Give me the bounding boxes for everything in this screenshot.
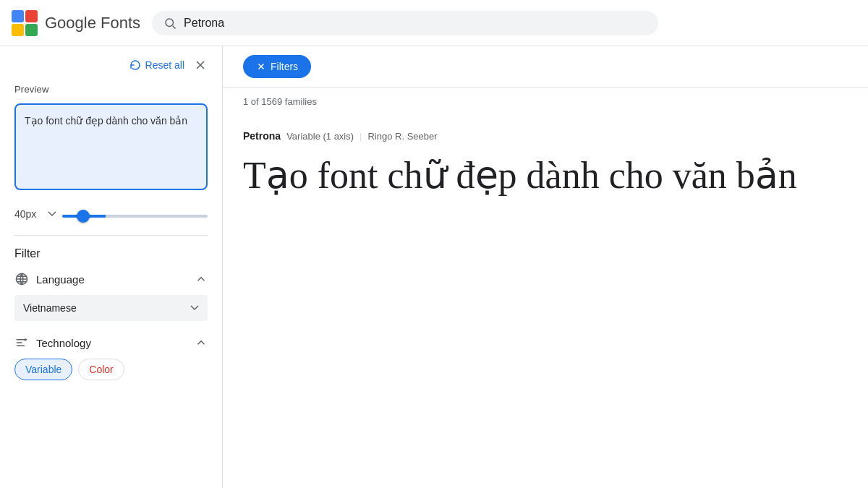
main-layout: Reset all Preview Tạo font chữ đẹp dành … <box>0 46 868 488</box>
chevron-down-icon <box>48 211 56 217</box>
filter-x-icon <box>256 61 266 72</box>
svg-rect-2 <box>12 24 24 36</box>
font-detail2: Ringo R. Seeber <box>367 131 437 142</box>
reset-icon <box>129 59 141 71</box>
search-input[interactable] <box>184 17 647 30</box>
sidebar-top-actions: Reset all <box>14 58 208 72</box>
language-filter-header[interactable]: Language <box>14 272 208 286</box>
svg-line-5 <box>173 25 176 28</box>
svg-rect-0 <box>12 10 24 22</box>
font-preview-text: Tạo font chữ đẹp dành cho văn bản <box>243 153 848 198</box>
results-count: 1 of 1569 families <box>223 87 868 116</box>
close-icon <box>193 58 208 72</box>
language-filter-title: Language <box>14 272 85 286</box>
preview-section-label: Preview <box>14 84 208 95</box>
slider-container[interactable] <box>62 207 208 221</box>
language-filter-group: Language Vietnamese Latin Chinese (Tradi… <box>14 272 208 321</box>
chevron-up-language-icon <box>195 273 208 286</box>
language-dropdown[interactable]: Vietnamese Latin Chinese (Traditional) C… <box>14 295 208 321</box>
topbar: Google Fonts <box>0 0 868 46</box>
search-box[interactable] <box>152 11 658 35</box>
font-detail1: Variable (1 axis) <box>286 131 354 142</box>
close-button[interactable] <box>193 58 208 72</box>
svg-rect-1 <box>25 10 38 22</box>
font-size-label: 40px <box>14 208 42 220</box>
search-icon <box>163 17 176 30</box>
technology-filter-title: Technology <box>14 335 91 350</box>
globe-icon <box>14 272 29 286</box>
filters-button[interactable]: Filters <box>243 55 311 78</box>
chevron-up-technology-icon <box>195 336 208 349</box>
content-area: Filters 1 of 1569 families Petrona Varia… <box>223 46 868 488</box>
svg-rect-3 <box>25 24 38 36</box>
variable-chip[interactable]: Variable <box>14 359 72 380</box>
reset-all-button[interactable]: Reset all <box>129 59 184 71</box>
font-name: Petrona <box>243 130 281 142</box>
technology-label: Technology <box>36 337 91 349</box>
technology-chips: Variable Color <box>14 359 208 380</box>
filter-section-label: Filter <box>14 247 208 260</box>
technology-filter-header[interactable]: Technology <box>14 335 208 350</box>
font-size-row: 40px <box>14 207 208 221</box>
font-meta: Petrona Variable (1 axis) | Ringo R. See… <box>243 130 848 142</box>
font-meta-separator: | <box>359 131 362 142</box>
logo-area: Google Fonts <box>12 10 140 36</box>
svg-point-4 <box>166 19 174 27</box>
sidebar-divider <box>14 235 208 236</box>
content-toolbar: Filters <box>223 46 868 87</box>
technology-icon <box>14 335 29 350</box>
language-label: Language <box>36 273 85 286</box>
sidebar: Reset all Preview Tạo font chữ đẹp dành … <box>0 46 223 488</box>
reset-all-label: Reset all <box>145 59 184 71</box>
preview-textarea[interactable]: Tạo font chữ đẹp dành cho văn bản <box>14 103 208 190</box>
logo-text: Google Fonts <box>45 14 140 33</box>
font-size-slider[interactable] <box>62 215 208 218</box>
filters-button-label: Filters <box>271 61 298 72</box>
google-fonts-logo-icon <box>12 10 38 36</box>
color-chip[interactable]: Color <box>78 359 124 380</box>
technology-filter-group: Technology Variable Color <box>14 335 208 380</box>
font-card: Petrona Variable (1 axis) | Ringo R. See… <box>223 116 868 227</box>
svg-point-9 <box>24 338 26 341</box>
